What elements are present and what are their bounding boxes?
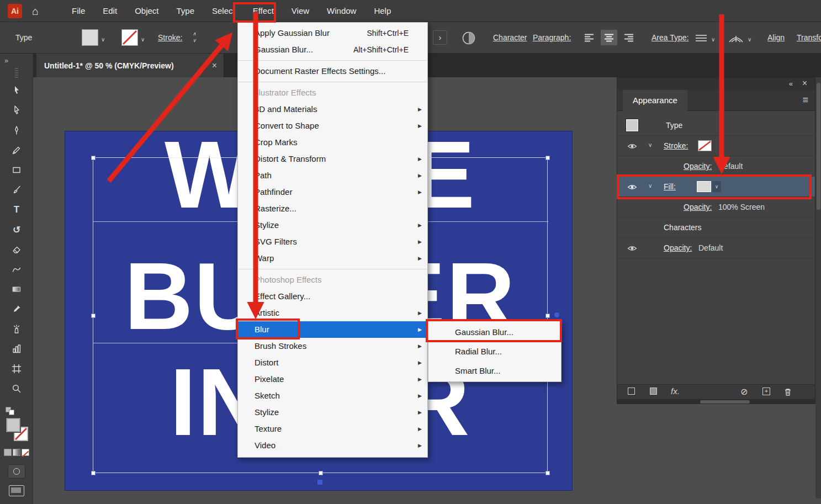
fill-color-control[interactable] (82, 29, 98, 46)
effect-menu-item-apply-gaussian-blur[interactable]: Apply Gaussian Blur Shift+Ctrl+E (238, 25, 427, 41)
menu-window[interactable]: Window (318, 0, 365, 22)
appearance-row-fill-opacity[interactable]: Opacity: 100% Screen (617, 197, 815, 217)
fill-color-swatch[interactable] (6, 418, 20, 432)
paintbrush-tool[interactable] (7, 182, 26, 198)
selection-handle[interactable] (91, 156, 96, 160)
color-wheel-icon[interactable] (462, 31, 476, 45)
opacity-label[interactable]: Opacity: (684, 162, 712, 171)
appearance-tab[interactable]: Appearance (623, 90, 687, 111)
expand-chevron-icon[interactable]: ∨ (648, 183, 652, 189)
selection-handle[interactable] (545, 314, 550, 318)
panel-close-icon[interactable]: × (802, 78, 807, 88)
default-fill-stroke-button[interactable] (6, 407, 17, 416)
scrollbar-handle[interactable] (700, 400, 750, 404)
effect-menu-item-texture[interactable]: Texture ▶ (238, 421, 427, 437)
submenu-item-gaussian-blur[interactable]: Gaussian Blur... (428, 322, 561, 342)
none-button[interactable] (22, 449, 29, 456)
chevron-down-icon[interactable]: ∨ (711, 36, 715, 43)
area-type-label[interactable]: Area Type: (651, 33, 688, 42)
appearance-row-default-opacity[interactable]: Opacity: Default (617, 238, 815, 258)
menu-file[interactable]: File (63, 0, 94, 22)
pencil-tool[interactable] (7, 142, 26, 158)
fill-swatch[interactable] (697, 181, 711, 192)
eyedropper-tool[interactable] (7, 301, 26, 317)
scrollbar-handle[interactable] (817, 83, 820, 210)
effect-menu-item-sketch[interactable]: Sketch ▶ (238, 388, 427, 404)
symbol-sprayer-tool[interactable] (7, 321, 26, 337)
add-new-fill-icon[interactable] (650, 388, 657, 395)
menu-select[interactable]: Select (203, 0, 244, 22)
visibility-eye-icon[interactable] (627, 245, 637, 252)
chevron-down-icon[interactable]: ∨ (748, 36, 751, 43)
home-icon[interactable]: ⌂ (32, 0, 39, 22)
document-tab[interactable]: Untitled-1* @ 50 % (CMYK/Preview) × (36, 54, 224, 77)
stroke-color-control[interactable] (121, 29, 138, 46)
effect-menu-item-convert-to-shape[interactable]: Convert to Shape ▶ (238, 118, 427, 134)
warp-options-icon[interactable] (728, 33, 744, 44)
selection-handle[interactable] (545, 471, 550, 475)
stroke-swatch[interactable] (698, 140, 712, 151)
effect-menu-item-distort[interactable]: Distort ▶ (238, 354, 427, 371)
appearance-row-characters[interactable]: Characters (617, 217, 815, 238)
menu-view[interactable]: View (283, 0, 318, 22)
live-corner-widget[interactable] (554, 312, 559, 317)
canvas-vertical-scrollbar[interactable] (815, 77, 821, 498)
effect-menu-item-artistic[interactable]: Artistic ▶ (238, 305, 427, 321)
stroke-row-label[interactable]: Stroke: (664, 141, 688, 150)
menu-effect[interactable]: Effect (244, 0, 283, 22)
submenu-item-smart-blur[interactable]: Smart Blur... (428, 361, 561, 380)
gradient-tool[interactable] (7, 281, 26, 298)
appearance-row-fill[interactable]: ∨ Fill: ∨ (617, 177, 815, 197)
screen-mode-button[interactable] (9, 485, 24, 496)
effect-menu-item-gaussian-blur[interactable]: Gaussian Blur... Alt+Shift+Ctrl+E (238, 41, 427, 58)
collapse-panel-icon[interactable]: « (789, 79, 793, 88)
area-type-options-icon[interactable] (695, 33, 708, 43)
appearance-row-stroke-opacity[interactable]: Opacity: Default (617, 156, 815, 177)
character-panel-link[interactable]: Character (493, 33, 527, 42)
add-new-stroke-icon[interactable] (628, 388, 635, 395)
submenu-item-radial-blur[interactable]: Radial Blur... (428, 342, 561, 361)
rectangle-tool[interactable] (7, 162, 26, 178)
align-left-button[interactable] (581, 30, 597, 45)
selection-handle[interactable] (545, 156, 550, 160)
chevron-down-icon[interactable]: ∨ (101, 36, 105, 43)
gradient-button[interactable] (13, 449, 20, 456)
add-effect-button[interactable]: fx. (671, 386, 680, 396)
menu-object[interactable]: Object (126, 0, 167, 22)
draw-normal-button[interactable] (8, 464, 25, 479)
stroke-weight-stepper[interactable]: ∧ ∨ (190, 29, 199, 46)
opacity-label[interactable]: Opacity: (664, 243, 692, 252)
paragraph-panel-link[interactable]: Paragraph: (533, 33, 571, 42)
effect-menu-item-warp[interactable]: Warp ▶ (238, 250, 427, 267)
color-button[interactable] (4, 449, 12, 456)
align-panel-link[interactable]: Align (767, 33, 785, 42)
overflow-chevron-button[interactable]: › (433, 30, 447, 45)
fill-swatch-chevron-icon[interactable]: ∨ (712, 181, 721, 192)
effect-menu-item-effect-gallery[interactable]: Effect Gallery... (238, 288, 427, 305)
expand-chevron-icon[interactable]: ∨ (648, 142, 652, 148)
panel-scrollbar[interactable] (617, 399, 815, 404)
appearance-row-type[interactable]: Type (617, 115, 815, 136)
stroke-weight-label[interactable]: Stroke: (158, 33, 182, 42)
effect-menu-item-stylize-ps[interactable]: Stylize ▶ (238, 404, 427, 421)
chevron-down-icon[interactable]: ∨ (141, 36, 145, 43)
shaper-tool[interactable] (7, 261, 26, 278)
align-right-button[interactable] (621, 30, 637, 45)
effect-menu-item-path[interactable]: Path ▶ (238, 167, 427, 184)
direct-selection-tool[interactable] (7, 102, 26, 119)
baseline-handle[interactable] (317, 480, 322, 485)
eraser-tool[interactable] (7, 241, 26, 258)
toolbar-expand-icon[interactable]: » (4, 56, 8, 65)
zoom-tool[interactable] (7, 380, 26, 397)
appearance-row-stroke[interactable]: ∨ Stroke: (617, 136, 815, 156)
align-center-button[interactable] (601, 30, 617, 45)
opacity-label[interactable]: Opacity: (684, 203, 712, 211)
effect-menu-item-distort-transform[interactable]: Distort & Transform ▶ (238, 151, 427, 167)
clear-appearance-icon[interactable]: ⊘ (740, 386, 748, 397)
menu-type[interactable]: Type (167, 0, 203, 22)
artboard-tool[interactable] (7, 360, 26, 377)
selection-handle[interactable] (91, 314, 96, 318)
effect-menu-item-3d-and-materials[interactable]: 3D and Materials ▶ (238, 101, 427, 118)
effect-menu-item-pixelate[interactable]: Pixelate ▶ (238, 371, 427, 388)
tab-close-icon[interactable]: × (212, 61, 217, 71)
